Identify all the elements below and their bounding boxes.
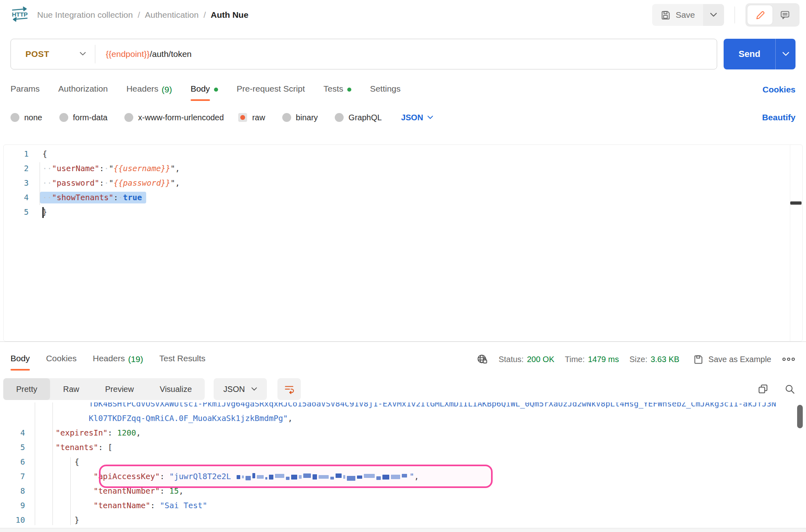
indent-guide (52, 402, 53, 525)
redaction-block (291, 475, 297, 480)
save-as-example-label: Save as Example (708, 355, 771, 364)
line-number: 8 (0, 484, 25, 498)
response-language-selector[interactable]: JSON (214, 378, 267, 400)
comments-button[interactable] (772, 5, 798, 25)
header-divider (735, 6, 735, 23)
method-selector[interactable]: POST (11, 49, 86, 59)
redaction-block (257, 475, 264, 479)
edit-mode-button[interactable] (747, 5, 772, 25)
body-mode-graphql[interactable]: GraphQL (335, 113, 382, 122)
breadcrumb-item[interactable]: Authentication (145, 10, 199, 20)
tab-body[interactable]: Body (191, 84, 218, 95)
code-line[interactable]: 4··"showTenants":·true (4, 191, 802, 205)
tab-params[interactable]: Params (10, 84, 40, 95)
request-tabs: ParamsAuthorizationHeaders(9)BodyPre-req… (0, 79, 806, 100)
token: : (99, 178, 104, 188)
view-visualize[interactable]: Visualize (147, 378, 205, 400)
beautify-link[interactable]: Beautify (762, 113, 796, 122)
code-line[interactable]: 3··"password":·"{{password}}", (4, 176, 802, 191)
tab-authorization[interactable]: Authorization (58, 84, 108, 95)
redaction-block (376, 476, 381, 480)
body-mode-x-www-form-urlencoded[interactable]: x-www-form-urlencoded (124, 113, 224, 122)
tab-label: Tests (323, 84, 343, 95)
response-tab-body[interactable]: Body (10, 354, 30, 365)
code-line[interactable]: 5} (4, 205, 802, 220)
response-tab-test-results[interactable]: Test Results (160, 354, 206, 365)
response-tab-cookies[interactable]: Cookies (46, 354, 77, 365)
body-type-bar: noneform-datax-www-form-urlencodedrawbin… (0, 109, 806, 126)
token: : (160, 472, 169, 481)
body-mode-none[interactable]: none (10, 113, 42, 122)
token: : (113, 193, 118, 202)
body-mode-form-data[interactable]: form-data (59, 113, 108, 122)
redaction-block (299, 475, 302, 479)
tab-label: Headers (93, 354, 125, 365)
token: { (74, 457, 79, 467)
search-button[interactable] (784, 383, 796, 395)
request-body-editor[interactable]: 1{2··"userName":·"{{username}}",3··"pass… (3, 145, 803, 341)
token: , (179, 486, 184, 496)
line-number: 9 (0, 498, 25, 513)
token: , (175, 164, 180, 173)
gutter-divider (35, 402, 35, 525)
token: · (104, 164, 109, 173)
save-button-group: Save (652, 4, 724, 26)
code-content: TbK4BSHtPCdVOSVXAWUtsc1-PkmiJVg64gaSRxqx… (25, 402, 776, 411)
editor-scrollbar-thumb[interactable] (790, 201, 802, 205)
token: true (123, 193, 142, 202)
raw-language-selector[interactable]: JSON (401, 113, 433, 122)
token: : (99, 164, 104, 173)
tab-label: Params (10, 84, 40, 95)
save-button[interactable]: Save (652, 4, 703, 26)
tab-headers[interactable]: Headers(9) (126, 84, 172, 95)
breadcrumb-item[interactable]: Auth Nue (211, 10, 248, 20)
token: "Sai Test" (160, 501, 207, 510)
save-icon (660, 10, 671, 20)
response-tab-headers[interactable]: Headers(19) (93, 354, 143, 365)
token: "tenantName" (93, 501, 150, 510)
token: , (136, 428, 141, 438)
line-number: 1 (4, 147, 29, 161)
code-content: Kl07TKDFZqq-QmRiCA.0F_MuoaKxaSk1jzkBmdmP… (25, 411, 293, 426)
token: "expiresIn" (55, 428, 107, 438)
more-options-button[interactable] (782, 357, 796, 362)
save-as-example-button[interactable]: Save as Example (693, 354, 771, 364)
send-options-button[interactable] (775, 39, 796, 69)
code-tokens: ··"password":·"{{password}}", (42, 178, 180, 188)
save-options-button[interactable] (703, 4, 724, 26)
redaction-block (402, 474, 407, 478)
http-badge-text: HTTP (12, 11, 27, 18)
breadcrumb: Nue Integration collection/Authenticatio… (37, 10, 248, 20)
url-divider (95, 45, 95, 63)
url-input[interactable]: {{endpoint}}/auth/token (106, 49, 192, 59)
view-pretty[interactable]: Pretty (3, 378, 50, 400)
token: · (118, 193, 123, 202)
tab-settings[interactable]: Settings (370, 84, 401, 95)
tab-label: Body (191, 84, 210, 95)
body-mode-binary[interactable]: binary (282, 113, 318, 122)
send-button[interactable]: Send (724, 39, 775, 69)
token: ·· (42, 178, 52, 188)
line-number: 4 (4, 191, 29, 205)
copy-button[interactable] (758, 383, 769, 395)
code-content: } (29, 205, 47, 220)
view-preview[interactable]: Preview (92, 378, 147, 400)
view-raw[interactable]: Raw (50, 378, 92, 400)
response-scrollbar-thumb[interactable] (797, 405, 803, 428)
wrap-lines-button[interactable] (277, 378, 301, 400)
breadcrumb-item[interactable]: Nue Integration collection (37, 10, 133, 20)
code-line[interactable]: 2··"userName":·"{{username}}", (4, 161, 802, 176)
code-tokens: } (74, 515, 79, 525)
tab-pre-request-script[interactable]: Pre-request Script (237, 84, 305, 95)
method-label: POST (25, 49, 49, 59)
code-tokens: Kl07TKDFZqq-QmRiCA.0F_MuoaKxaSk1jzkBmdmP… (89, 414, 293, 423)
redaction-block (313, 474, 317, 480)
code-line: 8"tenantNumber": 15, (0, 484, 806, 498)
tab-tests[interactable]: Tests (323, 84, 351, 95)
cookies-link[interactable]: Cookies (762, 85, 796, 94)
code-tokens: "expiresIn": 1200, (55, 428, 141, 438)
body-mode-raw[interactable]: raw (241, 113, 265, 122)
code-line[interactable]: 1{ (4, 147, 802, 161)
token: : (160, 486, 169, 496)
copy-icon (758, 383, 769, 395)
